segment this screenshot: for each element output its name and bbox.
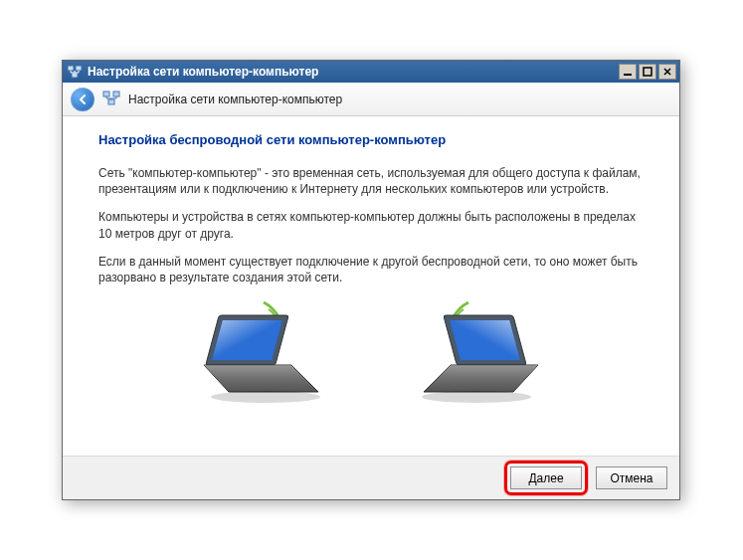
svg-point-11: [211, 391, 320, 403]
svg-rect-3: [624, 74, 632, 76]
wizard-content: Настройка беспроводной сети компьютер-ко…: [63, 116, 679, 456]
svg-rect-1: [76, 66, 82, 71]
wizard-window: Настройка сети компьютер-компьютер На: [62, 60, 680, 500]
svg-rect-6: [113, 92, 119, 96]
network-icon: [102, 89, 120, 109]
close-button[interactable]: [658, 64, 676, 80]
svg-rect-14: [450, 320, 520, 360]
svg-rect-0: [68, 66, 74, 71]
cancel-button[interactable]: Отмена: [596, 467, 667, 489]
back-button[interactable]: [71, 88, 94, 111]
network-icon: [67, 64, 83, 80]
next-button[interactable]: Далее: [510, 467, 582, 489]
wizard-footer: Далее Отмена: [63, 456, 679, 499]
maximize-button[interactable]: [639, 64, 656, 80]
svg-rect-5: [103, 92, 109, 96]
paragraph-1: Сеть "компьютер-компьютер" - это временн…: [98, 165, 644, 197]
svg-rect-10: [212, 320, 282, 360]
wizard-title: Настройка сети компьютер-компьютер: [128, 93, 342, 106]
svg-rect-2: [72, 73, 78, 78]
minimize-button[interactable]: [619, 64, 637, 80]
illustration: [98, 297, 644, 410]
svg-point-15: [422, 391, 531, 403]
paragraph-2: Компьютеры и устройства в сетях компьюте…: [98, 209, 644, 241]
svg-rect-4: [644, 68, 651, 76]
laptop-icon: [409, 297, 568, 410]
paragraph-3: Если в данный момент существует подключе…: [98, 254, 644, 285]
titlebar: Настройка сети компьютер-компьютер: [63, 61, 679, 83]
page-heading: Настройка беспроводной сети компьютер-ко…: [98, 132, 644, 147]
highlight-ring: Далее: [504, 461, 588, 495]
svg-rect-7: [108, 99, 114, 104]
laptop-icon: [174, 297, 333, 410]
window-title: Настройка сети компьютер-компьютер: [88, 65, 318, 79]
wizard-header: Настройка сети компьютер-компьютер: [63, 83, 679, 116]
